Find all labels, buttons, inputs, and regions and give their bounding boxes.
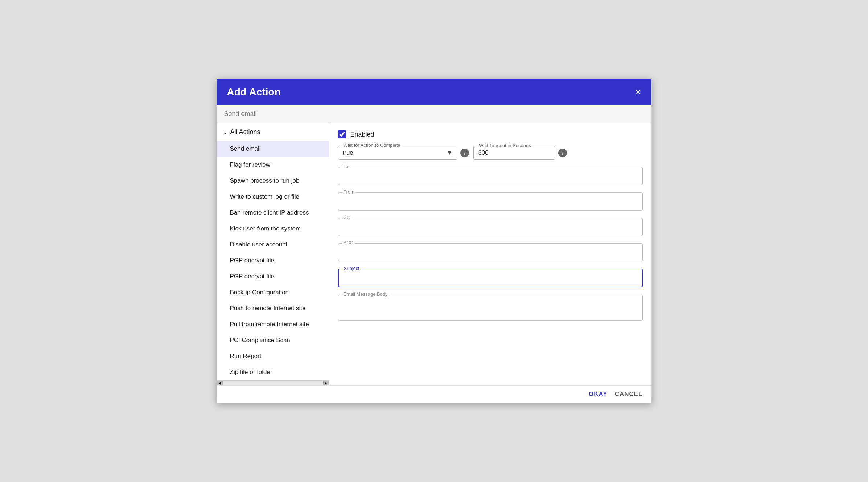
bcc-input[interactable] [338, 244, 642, 261]
action-list: Send emailFlag for reviewSpawn process t… [217, 141, 329, 380]
to-label: To [342, 164, 350, 169]
dialog-title: Add Action [227, 86, 281, 98]
action-list-item[interactable]: Ban remote client IP address [217, 205, 329, 221]
cc-input[interactable] [338, 218, 642, 236]
action-list-item[interactable]: Push to remote Internet site [217, 300, 329, 316]
left-horizontal-scrollbar[interactable]: ◀ ▶ [217, 380, 329, 385]
to-input[interactable] [338, 167, 642, 185]
bcc-label: BCC [342, 240, 355, 245]
all-actions-header[interactable]: ⌄ All Actions [217, 123, 329, 141]
action-list-item[interactable]: Spawn process to run job [217, 173, 329, 189]
action-list-item[interactable]: Backup Configuration [217, 284, 329, 300]
wait-timeout-info-icon[interactable]: i [558, 149, 567, 157]
right-panel: Enabled Wait for Action to Complete true… [329, 123, 651, 385]
close-button[interactable]: × [635, 87, 641, 97]
left-panel: ⌄ All Actions Send emailFlag for reviewS… [217, 123, 329, 385]
cc-field-group: CC [338, 218, 643, 236]
action-list-item[interactable]: Disable user account [217, 237, 329, 253]
action-list-item[interactable]: Write to custom log or file [217, 189, 329, 205]
okay-button[interactable]: OKAY [589, 391, 608, 398]
dialog-header: Add Action × [217, 79, 651, 105]
add-action-dialog: Add Action × ⌄ All Actions Send emailFla… [217, 79, 652, 403]
subject-label: Subject [342, 266, 361, 271]
bcc-field-group: BCC [338, 243, 643, 261]
dialog-body: ⌄ All Actions Send emailFlag for reviewS… [217, 123, 651, 385]
search-bar [217, 105, 651, 123]
scroll-left-button[interactable]: ◀ [217, 381, 223, 386]
email-body-label: Email Message Body [342, 291, 389, 297]
wait-fields-row: Wait for Action to Complete truefalse ▼ … [338, 146, 643, 160]
action-list-item[interactable]: Zip file or folder [217, 364, 329, 380]
action-list-item[interactable]: Flag for review [217, 157, 329, 173]
subject-field-group: Subject [338, 269, 643, 287]
action-list-item[interactable]: Pull from remote Internet site [217, 316, 329, 332]
left-scroll-container[interactable]: ⌄ All Actions Send emailFlag for reviewS… [217, 123, 329, 380]
chevron-down-icon: ▼ [447, 149, 453, 157]
search-input[interactable] [224, 110, 644, 118]
from-input[interactable] [338, 193, 642, 210]
enabled-row: Enabled [338, 130, 643, 138]
from-field-group: From [338, 192, 643, 211]
email-body-field-group: Email Message Body [338, 295, 643, 321]
chevron-down-icon: ⌄ [223, 129, 227, 136]
wait-timeout-group: Wait Timeout in Seconds i [473, 146, 567, 160]
action-list-item[interactable]: Send email [217, 141, 329, 157]
wait-for-action-label: Wait for Action to Complete [342, 142, 402, 148]
action-list-item[interactable]: PGP encrypt file [217, 253, 329, 269]
enabled-checkbox[interactable] [338, 130, 346, 138]
wait-for-action-group: Wait for Action to Complete truefalse ▼ … [338, 146, 469, 160]
enabled-label: Enabled [350, 131, 374, 138]
all-actions-label: All Actions [230, 128, 260, 136]
from-label: From [342, 189, 356, 195]
wait-for-action-info-icon[interactable]: i [460, 149, 469, 157]
cancel-button[interactable]: CANCEL [615, 391, 643, 398]
action-list-item[interactable]: PGP decrypt file [217, 269, 329, 284]
wait-timeout-wrapper: Wait Timeout in Seconds [473, 146, 555, 160]
wait-timeout-input[interactable] [478, 149, 551, 157]
dialog-footer: OKAY CANCEL [217, 385, 651, 403]
subject-input[interactable] [339, 269, 642, 287]
action-list-item[interactable]: Run Report [217, 348, 329, 364]
to-field-group: To [338, 167, 643, 185]
wait-for-action-select[interactable]: truefalse [343, 149, 444, 156]
action-list-item[interactable]: PCI Compliance Scan [217, 332, 329, 348]
scroll-right-button[interactable]: ▶ [323, 381, 329, 386]
wait-for-action-select-wrapper: truefalse ▼ [343, 149, 453, 157]
email-body-textarea[interactable] [338, 295, 642, 319]
cc-label: CC [342, 215, 352, 220]
wait-timeout-label: Wait Timeout in Seconds [477, 143, 532, 148]
wait-for-action-wrapper: Wait for Action to Complete truefalse ▼ [338, 146, 458, 160]
action-list-item[interactable]: Kick user from the system [217, 221, 329, 237]
